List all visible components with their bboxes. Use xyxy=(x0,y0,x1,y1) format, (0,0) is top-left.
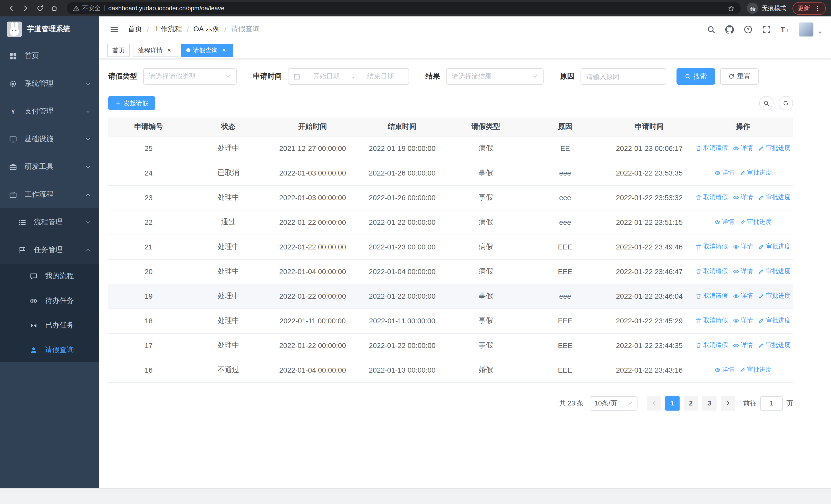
edit-icon xyxy=(758,318,764,324)
tab-home[interactable]: 首页 xyxy=(107,43,130,57)
detail-action-link[interactable]: 详情 xyxy=(733,242,753,251)
progress-action-link[interactable]: 审批进度 xyxy=(739,218,772,227)
user-avatar[interactable] xyxy=(799,22,813,37)
tab-leave-query[interactable]: 请假查询 × xyxy=(181,43,233,57)
detail-action-link[interactable]: 详情 xyxy=(714,218,734,227)
apply-time-cell: 2022-01-22 23:43:16 xyxy=(606,358,693,382)
header-search-icon[interactable] xyxy=(703,22,719,37)
sidebar-item-todo-tasks[interactable]: 待办任务 xyxy=(0,289,99,313)
breadcrumb-oa-example[interactable]: OA 示例 xyxy=(194,25,220,34)
goto-page-input[interactable] xyxy=(760,396,783,410)
apply-time-range-picker[interactable]: 开始日期 - 结束日期 xyxy=(288,68,409,85)
actions-cell: 取消请假详情审批进度 xyxy=(693,284,793,308)
leave-type-cell: 事假 xyxy=(447,185,524,210)
progress-action-link[interactable]: 审批进度 xyxy=(758,267,791,276)
github-icon[interactable] xyxy=(722,22,737,37)
sidebar-item-devtools[interactable]: 研发工具 xyxy=(0,153,99,181)
page-button-2[interactable]: 2 xyxy=(684,396,698,410)
reset-button[interactable]: 重置 xyxy=(720,68,758,85)
page-button-1[interactable]: 1 xyxy=(665,396,680,410)
cancel-action-link[interactable]: 取消请假 xyxy=(695,267,728,276)
result-select[interactable]: 请选择流结果 xyxy=(446,68,544,85)
detail-action-link[interactable]: 详情 xyxy=(733,193,753,202)
search-button[interactable]: 搜索 xyxy=(677,68,715,85)
detail-action-link[interactable]: 详情 xyxy=(714,366,734,375)
detail-action-link[interactable]: 详情 xyxy=(733,144,753,153)
browser-home-button[interactable] xyxy=(48,2,61,14)
refresh-table-button[interactable] xyxy=(779,96,793,110)
sidebar-item-system[interactable]: 系统管理 xyxy=(0,70,99,97)
sidebar-item-process-management[interactable]: 流程管理 xyxy=(0,208,99,236)
browser-forward-button[interactable] xyxy=(20,2,32,14)
reason-input[interactable] xyxy=(580,68,666,85)
tab-process-detail[interactable]: 流程详情 × xyxy=(133,43,178,57)
create-leave-button[interactable]: 发起请假 xyxy=(108,96,155,110)
sidebar-item-task-management[interactable]: 任务管理 xyxy=(0,236,99,264)
sidebar-item-home[interactable]: 首页 xyxy=(0,42,99,70)
site-security-chip[interactable]: 不安全 xyxy=(73,4,101,12)
progress-action-link[interactable]: 审批进度 xyxy=(739,169,772,177)
sidebar-item-payment[interactable]: ¥ 支付管理 xyxy=(0,97,99,125)
detail-action-link[interactable]: 详情 xyxy=(733,317,753,325)
app-logo[interactable]: 芋道管理系统 xyxy=(0,17,99,42)
progress-action-link[interactable]: 审批进度 xyxy=(758,242,791,251)
sidebar-item-leave-query[interactable]: 请假查询 xyxy=(0,338,99,362)
detail-action-link[interactable]: 详情 xyxy=(733,267,753,276)
progress-action-link[interactable]: 审批进度 xyxy=(758,292,791,300)
apply-id-cell: 25 xyxy=(108,136,189,161)
breadcrumb-workflow[interactable]: 工作流程 xyxy=(153,25,182,34)
progress-action-link[interactable]: 审批进度 xyxy=(758,317,791,325)
sidebar-item-done-tasks[interactable]: 已办任务 xyxy=(0,313,99,338)
sidebar-item-my-process[interactable]: 我的流程 xyxy=(0,264,99,289)
prev-page-button[interactable] xyxy=(647,396,661,410)
help-icon[interactable]: ? xyxy=(740,22,755,37)
leave-type-select[interactable]: 请选择请假类型 xyxy=(143,68,237,85)
next-page-button[interactable] xyxy=(721,396,735,410)
browser-reload-button[interactable] xyxy=(34,2,46,14)
sidebar-item-infrastructure[interactable]: 基础设施 xyxy=(0,125,99,153)
app-title: 芋道管理系统 xyxy=(27,25,70,34)
cancel-action-link[interactable]: 取消请假 xyxy=(695,341,728,350)
progress-action-link[interactable]: 审批进度 xyxy=(758,193,791,202)
col-apply-time: 申请时间 xyxy=(606,118,693,136)
detail-action-link[interactable]: 详情 xyxy=(733,292,753,300)
cancel-action-link[interactable]: 取消请假 xyxy=(695,144,728,153)
progress-action-link[interactable]: 审批进度 xyxy=(758,144,791,153)
page-button-3[interactable]: 3 xyxy=(702,396,717,410)
cancel-action-link[interactable]: 取消请假 xyxy=(695,292,728,300)
progress-action-link[interactable]: 审批进度 xyxy=(758,341,791,350)
incognito-icon xyxy=(747,3,758,14)
font-size-icon[interactable]: TT xyxy=(777,22,793,37)
task-submenu: 我的流程 待办任务 已办任务 请假查询 xyxy=(0,264,99,362)
browser-back-button[interactable] xyxy=(5,2,18,14)
start-time-cell: 2022-01-22 00:00:00 xyxy=(268,210,357,235)
edit-icon xyxy=(758,195,764,201)
cancel-action-link[interactable]: 取消请假 xyxy=(695,193,728,202)
eye-icon xyxy=(733,268,739,274)
workflow-submenu: 流程管理 任务管理 我的流程 xyxy=(0,208,99,362)
page-size-select[interactable]: 10条/页 xyxy=(590,396,637,410)
actions-cell: 详情审批进度 xyxy=(693,161,793,185)
caret-down-icon[interactable] xyxy=(818,30,823,35)
close-icon[interactable]: × xyxy=(165,47,173,54)
cancel-action-link[interactable]: 取消请假 xyxy=(695,317,728,325)
horizontal-scrollbar-track[interactable] xyxy=(0,488,831,504)
browser-menu-icon[interactable] xyxy=(814,5,821,11)
close-icon[interactable]: × xyxy=(220,47,228,54)
address-bar[interactable]: 不安全 dashboard.yudao.iocoder.cn/bpm/oa/le… xyxy=(67,2,741,14)
sidebar-collapse-icon[interactable] xyxy=(107,23,121,36)
detail-action-link[interactable]: 详情 xyxy=(733,341,753,350)
fullscreen-icon[interactable] xyxy=(758,22,774,37)
cancel-action-link[interactable]: 取消请假 xyxy=(695,242,728,251)
bookmark-star-icon[interactable] xyxy=(728,5,735,11)
progress-action-link[interactable]: 审批进度 xyxy=(739,366,772,375)
breadcrumb-home[interactable]: 首页 xyxy=(128,25,142,34)
reason-cell: eee xyxy=(524,185,606,210)
detail-action-link[interactable]: 详情 xyxy=(714,169,734,177)
sidebar-item-workflow[interactable]: 工作流程 xyxy=(0,181,99,208)
toolbox-icon xyxy=(9,163,18,171)
leave-type-cell: 事假 xyxy=(447,284,524,308)
chrome-update-chip[interactable]: 更新 xyxy=(793,2,826,14)
toggle-search-button[interactable] xyxy=(759,96,774,110)
leave-type-cell: 病假 xyxy=(447,235,524,259)
